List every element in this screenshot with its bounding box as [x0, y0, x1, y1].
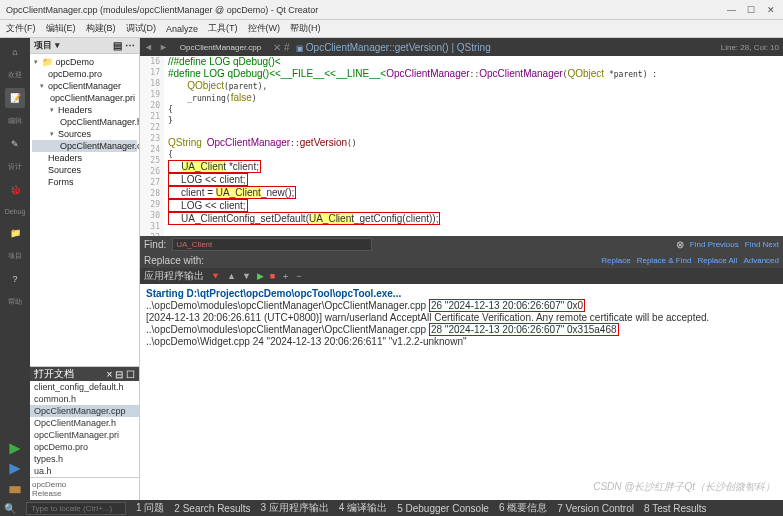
tree-item[interactable]: ▾Sources — [32, 128, 137, 140]
menu-item[interactable]: 构建(B) — [86, 22, 116, 35]
open-file-item[interactable]: common.h — [30, 393, 139, 405]
statusbar-item[interactable]: 2 Search Results — [174, 501, 250, 515]
open-file-item[interactable]: OpcClientManager.h — [30, 417, 139, 429]
symbol-crumb[interactable]: ▣ OpcClientManager::getVersion() | QStri… — [296, 42, 715, 53]
window-controls: — ☐ ✕ — [727, 5, 777, 15]
tree-item[interactable]: opcClientManager.pri — [32, 92, 137, 104]
svg-rect-2 — [9, 486, 20, 493]
watermark: CSDN @长沙红胖子Qt（长沙创微智科） — [593, 480, 775, 494]
open-file-item[interactable]: types.h — [30, 453, 139, 465]
statusbar-item[interactable]: 1 问题 — [136, 501, 164, 515]
locator-icon[interactable]: 🔍 — [4, 503, 16, 514]
up-icon[interactable]: ▲ — [227, 271, 236, 281]
tree-item[interactable]: OpcClientManager.h — [32, 116, 137, 128]
projects-icon[interactable]: 📁 — [5, 223, 25, 243]
open-file-item[interactable]: client_config_default.h — [30, 381, 139, 393]
help-icon[interactable]: ? — [5, 269, 25, 289]
locator-input[interactable] — [26, 502, 126, 515]
output-pane[interactable]: Starting D:\qtProject\opcDemo\opcTool\op… — [140, 284, 783, 500]
menu-item[interactable]: 工具(T) — [208, 22, 238, 35]
advanced-button[interactable]: Advanced — [743, 256, 779, 265]
statusbar-item[interactable]: 5 Debugger Console — [397, 501, 489, 515]
forward-icon[interactable]: ► — [159, 42, 168, 52]
tree-item[interactable]: OpcClientManager.cpp — [32, 140, 137, 152]
find-input[interactable] — [172, 238, 372, 251]
output-header: 应用程序输出 🔻 ▲ ▼ ▶ ■ ＋ − — [140, 268, 783, 284]
svg-marker-1 — [9, 463, 20, 474]
menu-item[interactable]: 调试(D) — [126, 22, 157, 35]
down-icon[interactable]: ▼ — [242, 271, 251, 281]
open-file-item[interactable]: opcDemo.pro — [30, 441, 139, 453]
statusbar-item[interactable]: 8 Test Results — [644, 501, 707, 515]
output-line: ..\opcDemo\Widget.cpp 24 "2024-12-13 20:… — [146, 336, 777, 348]
menu-item[interactable]: 控件(W) — [248, 22, 281, 35]
find-bar: Find: ⊗ Find Previous Find Next — [140, 236, 783, 252]
welcome-icon[interactable]: ⌂ — [5, 42, 25, 62]
output-line: ..\opcDemo\modules\opcClientManager\OpcC… — [146, 300, 777, 312]
statusbar-item[interactable]: 3 应用程序输出 — [261, 501, 329, 515]
replace-find-button[interactable]: Replace & Find — [637, 256, 692, 265]
edit-icon[interactable]: 📝 — [5, 88, 25, 108]
minimize-icon[interactable]: — — [727, 5, 737, 15]
close-icon[interactable]: ✕ — [767, 5, 777, 15]
maximize-icon[interactable]: ☐ — [747, 5, 757, 15]
run-icon[interactable]: ▶ — [257, 271, 264, 281]
output-title: 应用程序输出 — [144, 269, 204, 283]
stop-icon[interactable]: ■ — [270, 271, 275, 281]
menu-item[interactable]: 帮助(H) — [290, 22, 321, 35]
replace-all-button[interactable]: Replace All — [697, 256, 737, 265]
replace-bar: Replace with: Replace Replace & Find Rep… — [140, 252, 783, 268]
statusbar-item[interactable]: 4 编译输出 — [339, 501, 387, 515]
status-bar: 🔍 1 问题2 Search Results3 应用程序输出4 编译输出5 De… — [0, 500, 783, 516]
run-bar — [0, 438, 30, 500]
back-icon[interactable]: ◄ — [144, 42, 153, 52]
debug-icon[interactable]: 🐞 — [5, 180, 25, 200]
titlebar: OpcClientManager.cpp (modules/opcClientM… — [0, 0, 783, 20]
output-line: ..\opcDemo\modules\opcClientManager\OpcC… — [146, 324, 777, 336]
tree-item[interactable]: Forms — [32, 176, 137, 188]
sidebar: 项目 ▾ ▤ ⋯ ▾📁 opcDemoopcDemo.pro▾opcClient… — [30, 38, 140, 500]
window-title: OpcClientManager.cpp (modules/opcClientM… — [6, 5, 727, 15]
design-icon[interactable]: ✎ — [5, 134, 25, 154]
debug-run-icon[interactable] — [6, 462, 24, 476]
cursor-position: Line: 28, Col: 10 — [721, 43, 779, 52]
build-icon[interactable] — [6, 482, 24, 496]
open-file-item[interactable]: opcClientManager.pri — [30, 429, 139, 441]
open-files-panel: 打开文档× ⊟ ☐ client_config_default.hcommon.… — [30, 366, 139, 477]
editor-toolbar: ◄ ► OpcClientManager.cpp ✕ # ▣ OpcClient… — [140, 38, 783, 56]
menubar: 文件(F)编辑(E)构建(B)调试(D)Analyze工具(T)控件(W)帮助(… — [0, 20, 783, 38]
replace-label: Replace with: — [144, 255, 204, 266]
open-file-item[interactable]: ua.h — [30, 465, 139, 477]
build-config[interactable]: opcDemoRelease — [30, 477, 139, 500]
filter-icon[interactable]: 🔻 — [210, 271, 221, 281]
find-label: Find: — [144, 239, 166, 250]
tree-item[interactable]: Headers — [32, 152, 137, 164]
statusbar-item[interactable]: 7 Version Control — [557, 501, 634, 515]
project-header[interactable]: 项目 ▾ ▤ ⋯ — [30, 38, 139, 54]
open-file-item[interactable]: OpcClientManager.cpp — [30, 405, 139, 417]
menu-item[interactable]: 编辑(E) — [46, 22, 76, 35]
statusbar-item[interactable]: 6 概要信息 — [499, 501, 547, 515]
activity-bar: ⌂欢迎 📝编辑 ✎设计 🐞Debug 📁项目 ?帮助 — [0, 38, 30, 500]
replace-button[interactable]: Replace — [601, 256, 630, 265]
open-files-header[interactable]: 打开文档× ⊟ ☐ — [30, 367, 139, 381]
run-button-icon[interactable] — [6, 442, 24, 456]
tree-item[interactable]: opcDemo.pro — [32, 68, 137, 80]
tree-root[interactable]: ▾📁 opcDemo — [32, 56, 137, 68]
file-tab[interactable]: OpcClientManager.cpp — [174, 41, 267, 54]
editor-area: ◄ ► OpcClientManager.cpp ✕ # ▣ OpcClient… — [140, 38, 783, 500]
tree-item[interactable]: ▾Headers — [32, 104, 137, 116]
menu-item[interactable]: 文件(F) — [6, 22, 36, 35]
tree-item[interactable]: Sources — [32, 164, 137, 176]
code-editor[interactable]: 16 17 18 19 20 21 22 23 24 25 26 27 28 2… — [140, 56, 783, 236]
minus-icon[interactable]: − — [296, 271, 301, 281]
tree-item[interactable]: ▾opcClientManager — [32, 80, 137, 92]
plus-icon[interactable]: ＋ — [281, 270, 290, 283]
find-prev-button[interactable]: Find Previous — [690, 240, 739, 249]
svg-marker-0 — [9, 443, 20, 454]
find-close-icon[interactable]: ⊗ — [676, 239, 684, 250]
project-tree: ▾📁 opcDemoopcDemo.pro▾opcClientManagerop… — [30, 54, 139, 190]
find-next-button[interactable]: Find Next — [745, 240, 779, 249]
menu-item[interactable]: Analyze — [166, 24, 198, 34]
